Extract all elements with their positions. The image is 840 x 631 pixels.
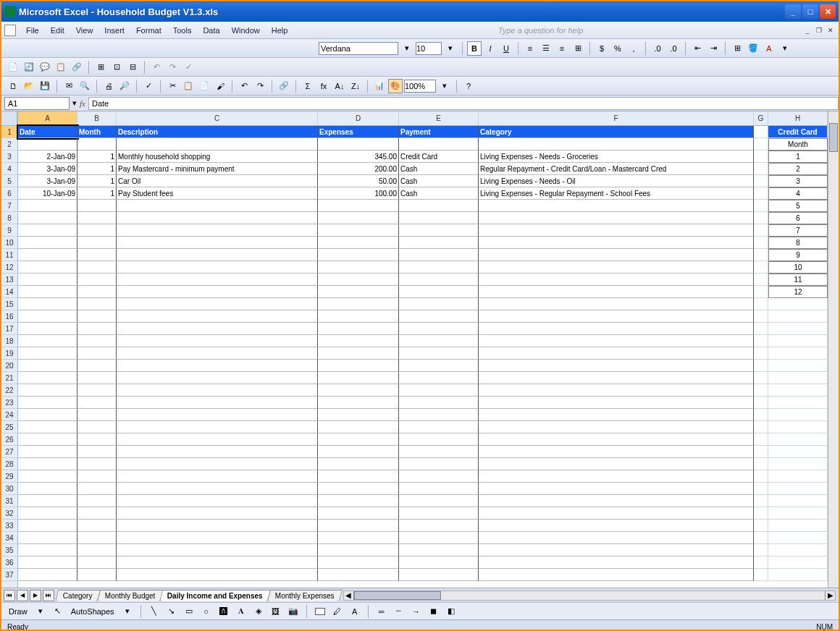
cell-H5[interactable]: 3 — [768, 175, 828, 187]
cell-B17[interactable] — [77, 323, 117, 335]
drawing-button[interactable]: 🎨 — [388, 79, 403, 93]
cell-E1[interactable]: Payment — [399, 126, 479, 138]
size-dropdown-icon[interactable]: ▾ — [443, 41, 458, 56]
cell-D2[interactable] — [318, 138, 399, 151]
cell-A26[interactable] — [18, 433, 77, 446]
help-search-prompt[interactable]: Type a question for help — [498, 26, 597, 35]
cell-E17[interactable] — [399, 323, 479, 335]
cell-C9[interactable] — [117, 224, 318, 237]
cell-C21[interactable] — [117, 372, 318, 384]
font-selector[interactable] — [319, 42, 398, 55]
cell-A24[interactable] — [18, 409, 77, 421]
cell-G2[interactable] — [754, 138, 768, 151]
menu-data[interactable]: Data — [197, 25, 225, 36]
row-header-25[interactable]: 25 — [1, 421, 17, 433]
row-header-17[interactable]: 17 — [1, 323, 17, 335]
cell-H7[interactable]: 5 — [768, 200, 828, 212]
cell-E5[interactable]: Cash — [399, 175, 479, 187]
cell-F4[interactable]: Regular Repayment - Credit Card/Loan - M… — [479, 163, 754, 175]
cell-C20[interactable] — [117, 360, 318, 372]
cell-B25[interactable] — [77, 421, 117, 433]
zoom-selector[interactable] — [404, 80, 436, 93]
cell-H14[interactable]: 12 — [768, 286, 828, 298]
sheet-tab-monthly-budget[interactable]: Monthly Budget — [96, 590, 163, 601]
line-tool[interactable]: ╲ — [147, 604, 161, 619]
toolbar-icon-11[interactable]: ✓ — [181, 60, 196, 75]
fill-color-button[interactable]: 🪣 — [746, 41, 760, 56]
cell-D26[interactable] — [318, 433, 399, 446]
cell-A7[interactable] — [18, 200, 77, 212]
cell-B15[interactable] — [77, 298, 117, 310]
cell-F20[interactable] — [479, 360, 754, 372]
cell-G36[interactable] — [754, 556, 768, 569]
cell-C29[interactable] — [117, 470, 318, 483]
cell-F33[interactable] — [479, 520, 754, 532]
cell-C27[interactable] — [117, 446, 318, 458]
cell-G27[interactable] — [754, 446, 768, 458]
cell-A12[interactable] — [18, 261, 77, 274]
cell-G12[interactable] — [754, 261, 768, 274]
cell-H4[interactable]: 2 — [768, 163, 828, 175]
row-header-32[interactable]: 32 — [1, 507, 17, 520]
cell-G17[interactable] — [754, 323, 768, 335]
cell-B8[interactable] — [77, 212, 117, 224]
cell-F15[interactable] — [479, 298, 754, 310]
cell-F25[interactable] — [479, 421, 754, 433]
cell-F10[interactable] — [479, 237, 754, 249]
cell-G7[interactable] — [754, 200, 768, 212]
cell-C4[interactable]: Pay Mastercard - minimum payment — [117, 163, 318, 175]
select-all-corner[interactable] — [1, 111, 17, 126]
cell-F17[interactable] — [479, 323, 754, 335]
cell-C26[interactable] — [117, 433, 318, 446]
cell-B19[interactable] — [77, 347, 117, 360]
cell-G11[interactable] — [754, 249, 768, 261]
cell-B29[interactable] — [77, 470, 117, 483]
toolbar-icon-1[interactable]: 📄 — [6, 60, 20, 75]
cell-H15[interactable] — [768, 298, 828, 310]
borders-button[interactable]: ⊞ — [730, 41, 744, 56]
cell-E30[interactable] — [399, 483, 479, 495]
menu-edit[interactable]: Edit — [45, 25, 70, 36]
bold-button[interactable]: B — [467, 41, 482, 56]
name-box[interactable] — [4, 97, 70, 110]
cell-B32[interactable] — [77, 507, 117, 520]
cell-A9[interactable] — [18, 224, 77, 237]
formula-bar[interactable]: Date — [88, 97, 839, 110]
cell-B12[interactable] — [77, 261, 117, 274]
cell-B35[interactable] — [77, 544, 117, 556]
cell-H28[interactable] — [768, 458, 828, 470]
cell-D24[interactable] — [318, 409, 399, 421]
cell-A4[interactable]: 3-Jan-09 — [18, 163, 77, 175]
column-header-G[interactable]: G — [754, 111, 768, 125]
cut-button[interactable]: ✂ — [165, 79, 180, 93]
cell-D37[interactable] — [318, 569, 399, 581]
doc-restore-button[interactable]: ❐ — [814, 25, 824, 35]
cell-E21[interactable] — [399, 372, 479, 384]
cell-F24[interactable] — [479, 409, 754, 421]
cell-D25[interactable] — [318, 421, 399, 433]
cell-A18[interactable] — [18, 335, 77, 347]
cell-H8[interactable]: 6 — [768, 212, 828, 224]
cell-F31[interactable] — [479, 495, 754, 507]
cell-B34[interactable] — [77, 532, 117, 544]
column-header-C[interactable]: C — [117, 111, 318, 125]
menu-view[interactable]: View — [70, 25, 99, 36]
row-header-5[interactable]: 5 — [1, 175, 17, 187]
decrease-indent-button[interactable]: ⇤ — [690, 41, 705, 56]
cell-B11[interactable] — [77, 249, 117, 261]
dash-style-button[interactable]: ┄ — [392, 604, 406, 619]
cell-A6[interactable]: 10-Jan-09 — [18, 187, 77, 200]
cell-B1[interactable]: Month — [77, 126, 117, 138]
cell-D23[interactable] — [318, 397, 399, 409]
cell-D11[interactable] — [318, 249, 399, 261]
cell-G32[interactable] — [754, 507, 768, 520]
fx-icon[interactable]: fx — [80, 99, 85, 108]
cell-C37[interactable] — [117, 569, 318, 581]
toolbar-icon-4[interactable]: 📋 — [54, 60, 68, 75]
cell-D28[interactable] — [318, 458, 399, 470]
cell-G23[interactable] — [754, 397, 768, 409]
cell-H32[interactable] — [768, 507, 828, 520]
cell-H11[interactable]: 9 — [768, 249, 828, 261]
undo-button[interactable]: ↶ — [237, 79, 251, 93]
cell-H20[interactable] — [768, 360, 828, 372]
